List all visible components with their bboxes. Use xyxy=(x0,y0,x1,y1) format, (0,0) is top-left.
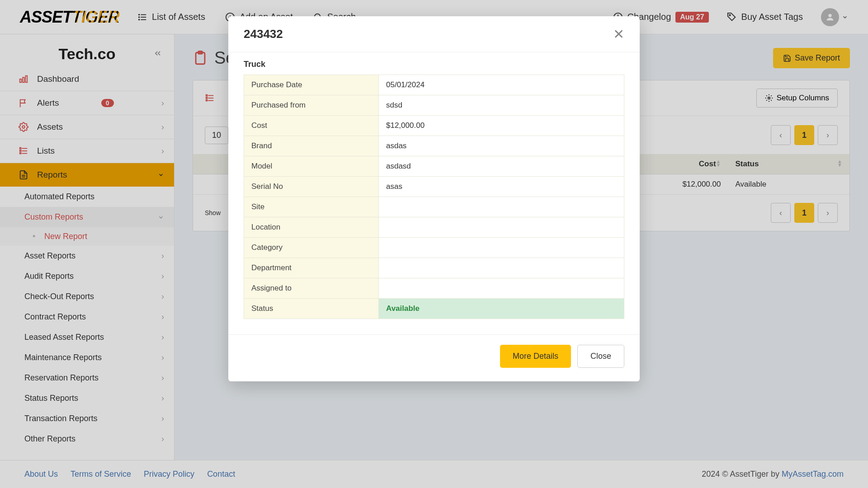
detail-label: Status xyxy=(244,299,379,319)
detail-value: $12,000.00 xyxy=(379,116,624,136)
detail-label: Model xyxy=(244,156,379,177)
detail-value: asas xyxy=(379,177,624,197)
detail-label: Purchase Date xyxy=(244,75,379,95)
detail-label: Department xyxy=(244,258,379,278)
detail-row: Department xyxy=(244,258,624,278)
detail-row: Cost$12,000.00 xyxy=(244,116,624,136)
detail-label: Purchased from xyxy=(244,95,379,116)
more-details-button[interactable]: More Details xyxy=(500,345,571,368)
detail-row: StatusAvailable xyxy=(244,299,624,319)
modal-close-button[interactable]: ✕ xyxy=(613,28,624,41)
detail-value: asdas xyxy=(379,136,624,156)
detail-label: Cost xyxy=(244,116,379,136)
detail-row: Serial Noasas xyxy=(244,177,624,197)
button-label: Close xyxy=(590,352,611,361)
detail-value: sdsd xyxy=(379,95,624,116)
detail-label: Assigned to xyxy=(244,278,379,299)
close-button[interactable]: Close xyxy=(577,345,624,368)
detail-value: asdasd xyxy=(379,156,624,177)
detail-row: Purchased fromsdsd xyxy=(244,95,624,116)
detail-row: Modelasdasd xyxy=(244,156,624,177)
asset-detail-table: Purchase Date05/01/2024Purchased fromsds… xyxy=(244,75,624,319)
detail-value: Available xyxy=(379,299,624,319)
detail-row: Brandasdas xyxy=(244,136,624,156)
detail-value: 05/01/2024 xyxy=(379,75,624,95)
detail-row: Assigned to xyxy=(244,278,624,299)
button-label: More Details xyxy=(513,352,558,361)
detail-label: Brand xyxy=(244,136,379,156)
detail-value xyxy=(379,217,624,238)
modal-subtitle: Truck xyxy=(244,60,624,69)
detail-row: Location xyxy=(244,217,624,238)
detail-value xyxy=(379,258,624,278)
detail-row: Category xyxy=(244,238,624,258)
detail-row: Purchase Date05/01/2024 xyxy=(244,75,624,95)
detail-label: Category xyxy=(244,238,379,258)
detail-label: Site xyxy=(244,197,379,217)
detail-value xyxy=(379,278,624,299)
detail-value xyxy=(379,238,624,258)
asset-detail-modal: 243432 ✕ Truck Purchase Date05/01/2024Pu… xyxy=(228,16,640,381)
detail-label: Location xyxy=(244,217,379,238)
detail-label: Serial No xyxy=(244,177,379,197)
detail-row: Site xyxy=(244,197,624,217)
close-icon: ✕ xyxy=(613,27,624,42)
detail-value xyxy=(379,197,624,217)
modal-title: 243432 xyxy=(244,27,283,41)
